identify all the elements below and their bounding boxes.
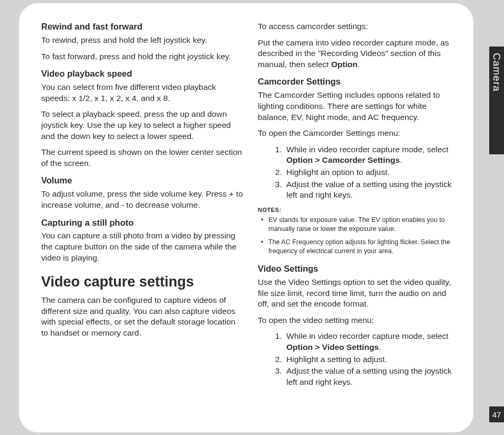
body-text: To adjust volume, press the side volume … <box>41 189 243 210</box>
text-bold: Option <box>331 60 358 69</box>
heading-playback-speed: Video playback speed <box>41 68 243 80</box>
body-text: To select a playback speed, press the up… <box>41 109 243 142</box>
right-column: To access camcorder settings: Put the ca… <box>258 21 460 422</box>
text-run: . <box>400 155 402 164</box>
text-run: . <box>379 343 381 351</box>
body-text: The Camcorder Setting includes options r… <box>258 90 460 123</box>
heading-camcorder-settings: Camcorder Settings <box>258 76 460 88</box>
body-text: Use the Video Settings option to set the… <box>258 277 460 310</box>
ordered-list: While in video recorder capture mode, se… <box>258 331 460 387</box>
notes-label: NOTES: <box>258 206 460 214</box>
text-run: While in video recorder capture mode, se… <box>286 145 449 154</box>
body-text: The camera can be configured to capture … <box>41 295 243 338</box>
list-item: While in video recorder capture mode, se… <box>284 144 460 166</box>
body-text: To rewind, press and hold the left joyst… <box>41 35 243 46</box>
heading-volume: Volume <box>41 175 243 187</box>
text-run: . <box>358 60 360 69</box>
body-text: You can select from five different video… <box>41 82 243 104</box>
list-item: Highlight a setting to adjust. <box>284 354 460 365</box>
heading-still-photo: Capturing a still photo <box>41 217 243 229</box>
section-tab-label: Camera <box>491 53 502 92</box>
list-item: Highlight an option to adjust. <box>284 167 460 178</box>
page-number: 47 <box>489 406 504 422</box>
heading-video-capture-settings: Video capture settings <box>41 273 243 292</box>
list-item: While in video recorder capture mode, se… <box>284 331 460 353</box>
list-item: Adjust the value of a setting using the … <box>284 366 460 387</box>
section-tab: Camera <box>489 47 504 154</box>
body-text: The current speed is shown on the lower … <box>41 147 243 169</box>
body-text: To open the video setting menu: <box>258 315 460 326</box>
ordered-list: While in video recorder capture mode, se… <box>258 144 460 201</box>
text-run: While in video recorder capture mode, se… <box>286 331 449 340</box>
note-item: EV stands for exposure value. The EV opt… <box>260 216 460 234</box>
heading-video-settings: Video Settings <box>258 263 460 275</box>
text-bold: Option > Camcorder Settings <box>286 155 400 164</box>
manual-page: Rewind and fast forward To rewind, press… <box>19 3 473 432</box>
body-text: You can capture a still photo from a vid… <box>41 230 243 263</box>
text-bold: Option > Video Settings <box>286 343 379 351</box>
left-column: Rewind and fast forward To rewind, press… <box>41 21 243 422</box>
body-text: To fast forward, press and hold the righ… <box>41 51 243 62</box>
note-item: The AC Frequency option adjusts for ligh… <box>260 238 460 256</box>
heading-rewind: Rewind and fast forward <box>41 21 243 33</box>
body-text: To access camcorder settings: <box>258 21 460 32</box>
columns: Rewind and fast forward To rewind, press… <box>41 21 460 422</box>
list-item: Adjust the value of a setting using the … <box>284 179 460 201</box>
body-text: Put the camera into video recorder captu… <box>258 38 460 70</box>
notes-list: EV stands for exposure value. The EV opt… <box>258 216 460 256</box>
body-text: To open the Camcorder Settings menu: <box>258 128 460 139</box>
